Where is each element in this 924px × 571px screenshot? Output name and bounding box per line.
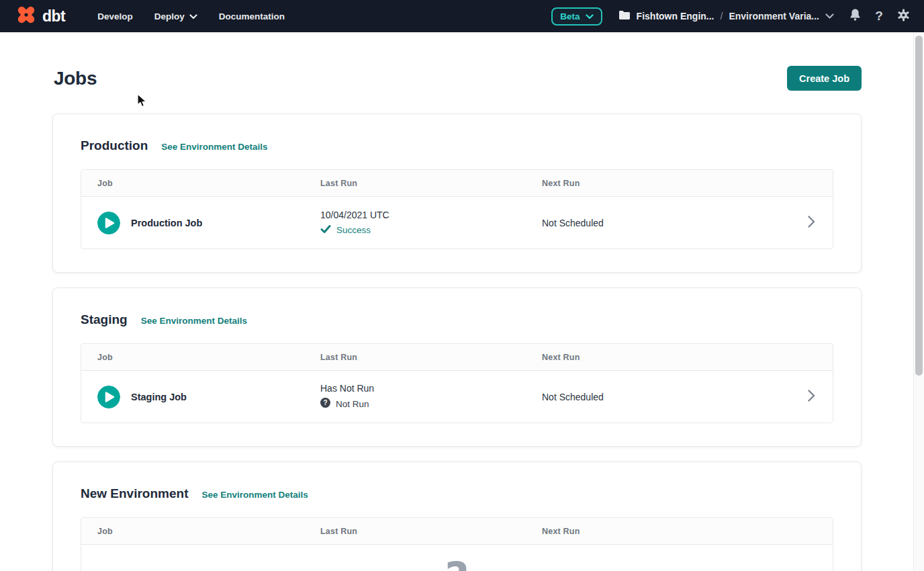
settings-button[interactable] xyxy=(894,7,912,25)
not-run-question-icon: ? xyxy=(320,398,330,410)
nav-item-deploy[interactable]: Deploy xyxy=(146,6,205,27)
bell-icon xyxy=(849,8,862,24)
next-run-value: Not Scheduled xyxy=(542,392,790,402)
see-environment-details-link[interactable]: See Environment Details xyxy=(201,490,308,500)
environment-name: New Environment xyxy=(81,485,188,502)
empty-jobs-state: ? xyxy=(81,545,833,571)
beta-label: Beta xyxy=(560,11,580,21)
column-header-last-run: Last Run xyxy=(320,179,542,188)
chevron-down-icon xyxy=(189,11,197,21)
column-header-job: Job xyxy=(81,353,320,362)
nav-menu: Develop Deploy Documentation xyxy=(89,6,293,27)
help-icon: ? xyxy=(875,9,883,24)
mouse-cursor xyxy=(137,93,148,111)
column-header-last-run: Last Run xyxy=(320,353,542,362)
create-job-button[interactable]: Create Job xyxy=(787,66,862,91)
jobs-table: Job Last Run Next Run Staging Job Has No… xyxy=(81,343,833,423)
nav-item-develop[interactable]: Develop xyxy=(89,6,141,27)
gear-icon xyxy=(897,9,910,24)
chevron-right-icon[interactable] xyxy=(808,216,815,230)
environments-list: Production See Environment Details Job L… xyxy=(52,114,862,571)
environment-card-staging: Staging See Environment Details Job Last… xyxy=(52,288,862,447)
column-header-next-run: Next Run xyxy=(542,527,790,536)
column-header-last-run: Last Run xyxy=(320,527,542,536)
notifications-button[interactable] xyxy=(846,7,864,25)
jobs-table: Job Last Run Next Run ? xyxy=(81,517,833,571)
see-environment-details-link[interactable]: See Environment Details xyxy=(161,142,267,152)
job-name: Staging Job xyxy=(131,392,187,402)
nav-item-label: Deploy xyxy=(154,11,185,21)
environment-card-new-environment: New Environment See Environment Details … xyxy=(52,462,862,571)
page-header: Jobs Create Job xyxy=(54,66,862,91)
scrollbar-thumb[interactable] xyxy=(915,36,923,376)
nav-item-documentation[interactable]: Documentation xyxy=(211,6,293,27)
last-run-status: Success xyxy=(336,225,371,235)
page-title: Jobs xyxy=(54,68,97,89)
nav-item-label: Documentation xyxy=(219,11,285,21)
nav-item-label: Develop xyxy=(97,11,133,21)
table-header-row: Job Last Run Next Run xyxy=(81,344,833,371)
chevron-down-icon xyxy=(586,11,594,21)
breadcrumb-page: Environment Varia... xyxy=(729,11,819,21)
environment-name: Staging xyxy=(81,311,128,328)
breadcrumb-project: Fishtown Engin... xyxy=(637,11,714,21)
help-button[interactable]: ? xyxy=(870,7,888,25)
folder-icon xyxy=(618,10,631,23)
last-run-date: Has Not Run xyxy=(320,383,542,394)
table-header-row: Job Last Run Next Run xyxy=(81,170,833,197)
chevron-right-icon[interactable] xyxy=(808,390,815,404)
dbt-logo-text: dbt xyxy=(42,7,65,26)
column-header-next-run: Next Run xyxy=(542,353,790,362)
column-header-next-run: Next Run xyxy=(542,179,790,188)
column-header-job: Job xyxy=(81,527,320,536)
job-name: Production Job xyxy=(131,218,202,228)
job-row-staging-job[interactable]: Staging Job Has Not Run ? Not Run xyxy=(81,371,833,423)
see-environment-details-link[interactable]: See Environment Details xyxy=(141,316,247,326)
scrollbar-track xyxy=(913,32,924,571)
svg-text:?: ? xyxy=(323,399,327,406)
jobs-table: Job Last Run Next Run Production Job 10/… xyxy=(81,169,833,249)
last-run-date: 10/04/2021 UTC xyxy=(320,210,542,220)
next-run-value: Not Scheduled xyxy=(542,218,790,228)
run-job-button[interactable] xyxy=(97,386,120,408)
environment-card-production: Production See Environment Details Job L… xyxy=(52,114,862,273)
run-job-button[interactable] xyxy=(97,212,120,234)
dbt-logo-icon xyxy=(15,3,38,29)
dbt-logo[interactable]: dbt xyxy=(15,3,65,29)
last-run-status: Not Run xyxy=(336,399,369,409)
navbar-icons: ? xyxy=(846,7,912,25)
job-row-production-job[interactable]: Production Job 10/04/2021 UTC Success No… xyxy=(81,197,833,249)
breadcrumb-separator: / xyxy=(721,11,723,21)
breadcrumb[interactable]: Fishtown Engin... / Environment Varia... xyxy=(618,10,834,23)
environment-name: Production xyxy=(81,137,148,155)
chevron-down-icon xyxy=(825,10,834,22)
success-check-icon xyxy=(320,224,331,236)
top-navbar: dbt Develop Deploy Documentation Beta Fi… xyxy=(0,0,924,32)
empty-state-question-icon: ? xyxy=(445,557,469,571)
column-header-job: Job xyxy=(81,179,320,188)
beta-dropdown[interactable]: Beta xyxy=(551,7,602,26)
table-header-row: Job Last Run Next Run xyxy=(81,518,833,545)
